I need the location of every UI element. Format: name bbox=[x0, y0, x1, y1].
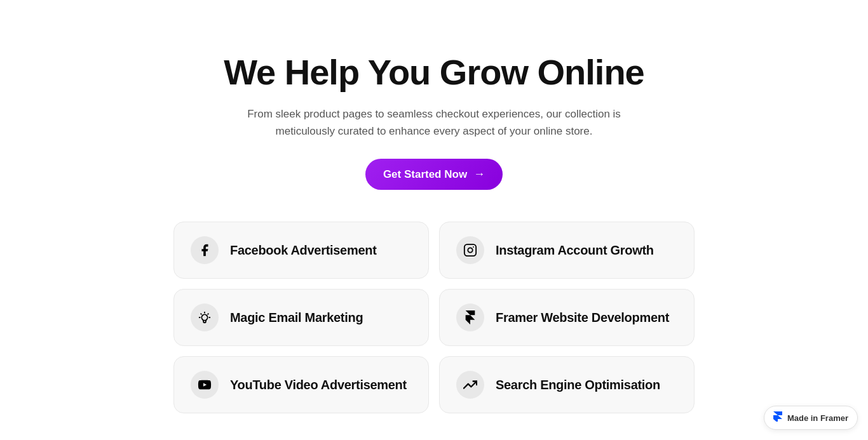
svg-point-2 bbox=[473, 246, 474, 248]
svg-point-1 bbox=[468, 248, 472, 253]
service-label-instagram: Instagram Account Growth bbox=[496, 243, 654, 258]
service-card-framer[interactable]: Framer Website Development bbox=[439, 289, 695, 346]
hero-title: We Help You Grow Online bbox=[224, 52, 644, 93]
cta-button[interactable]: Get Started Now → bbox=[365, 159, 503, 190]
service-card-youtube[interactable]: YouTube Video Advertisement bbox=[173, 356, 429, 413]
magic-email-icon bbox=[191, 303, 219, 331]
services-grid: Facebook AdvertisementInstagram Account … bbox=[161, 222, 707, 413]
service-label-youtube: YouTube Video Advertisement bbox=[230, 378, 407, 392]
youtube-icon bbox=[191, 371, 219, 399]
hero-section: We Help You Grow Online From sleek produ… bbox=[211, 27, 657, 210]
service-label-framer: Framer Website Development bbox=[496, 310, 669, 325]
service-card-facebook[interactable]: Facebook Advertisement bbox=[173, 222, 429, 279]
facebook-icon bbox=[191, 236, 219, 264]
service-card-instagram[interactable]: Instagram Account Growth bbox=[439, 222, 695, 279]
service-label-seo: Search Engine Optimisation bbox=[496, 378, 660, 392]
arrow-icon: → bbox=[473, 168, 485, 181]
svg-rect-0 bbox=[465, 244, 476, 256]
service-card-email[interactable]: Magic Email Marketing bbox=[173, 289, 429, 346]
service-label-facebook: Facebook Advertisement bbox=[230, 243, 377, 258]
instagram-icon bbox=[456, 236, 484, 264]
service-card-seo[interactable]: Search Engine Optimisation bbox=[439, 356, 695, 413]
made-in-framer-badge[interactable]: Made in Framer bbox=[764, 406, 858, 430]
made-in-framer-label: Made in Framer bbox=[787, 413, 848, 423]
service-label-email: Magic Email Marketing bbox=[230, 310, 363, 325]
hero-subtitle: From sleek product pages to seamless che… bbox=[237, 105, 631, 140]
seo-icon bbox=[456, 371, 484, 399]
framer-icon bbox=[456, 303, 484, 331]
framer-logo-icon bbox=[773, 411, 782, 424]
cta-label: Get Started Now bbox=[383, 168, 467, 181]
